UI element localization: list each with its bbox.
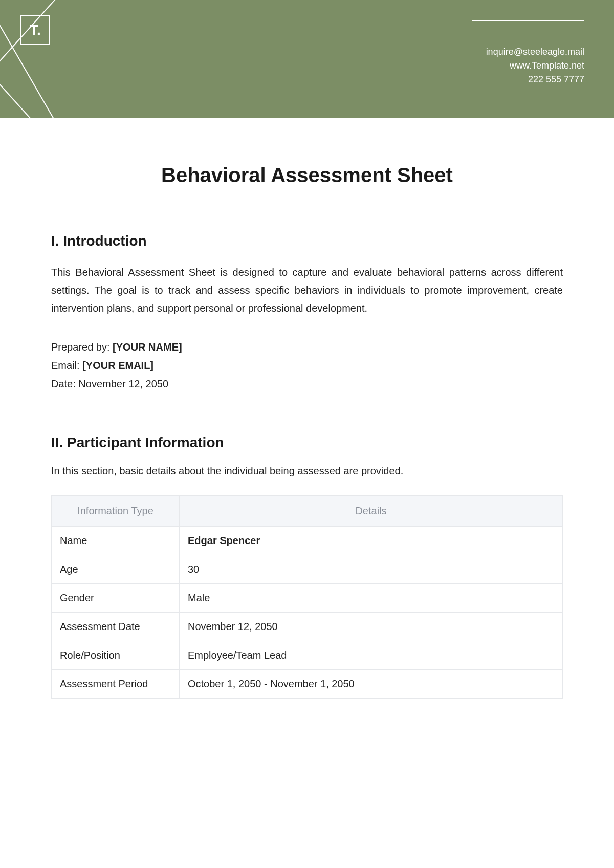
- row-label: Assessment Date: [52, 613, 180, 641]
- introduction-paragraph: This Behavioral Assessment Sheet is desi…: [51, 264, 563, 317]
- row-label: Name: [52, 527, 180, 555]
- row-label: Gender: [52, 584, 180, 613]
- table-row: Role/Position Employee/Team Lead: [52, 641, 563, 670]
- section-divider: [51, 414, 563, 414]
- table-header-row: Information Type Details: [52, 496, 563, 527]
- row-value: Male: [180, 584, 563, 613]
- row-value: Edgar Spencer: [180, 527, 563, 555]
- section-participant-heading: II. Participant Information: [51, 435, 563, 451]
- document-content: Behavioral Assessment Sheet I. Introduct…: [0, 118, 614, 699]
- email-line: Email: [YOUR EMAIL]: [51, 356, 563, 375]
- contact-website: www.Template.net: [486, 59, 584, 73]
- participant-description: In this section, basic details about the…: [51, 465, 563, 477]
- date-line: Date: November 12, 2050: [51, 375, 563, 393]
- row-label: Age: [52, 555, 180, 584]
- table-row: Gender Male: [52, 584, 563, 613]
- table-row: Assessment Date November 12, 2050: [52, 613, 563, 641]
- prepared-by-value: [YOUR NAME]: [113, 341, 182, 353]
- date-value: November 12, 2050: [78, 378, 168, 389]
- email-label: Email:: [51, 360, 82, 371]
- table-header-details: Details: [180, 496, 563, 527]
- participant-info-table: Information Type Details Name Edgar Spen…: [51, 495, 563, 699]
- row-value: 30: [180, 555, 563, 584]
- prepared-by-label: Prepared by:: [51, 341, 113, 353]
- contact-block: inquire@steeleagle.mail www.Template.net…: [486, 20, 584, 86]
- table-header-info-type: Information Type: [52, 496, 180, 527]
- header-banner: T. inquire@steeleagle.mail www.Template.…: [0, 0, 614, 118]
- table-row: Age 30: [52, 555, 563, 584]
- table-row: Assessment Period October 1, 2050 - Nove…: [52, 670, 563, 699]
- prepared-by-line: Prepared by: [YOUR NAME]: [51, 338, 563, 356]
- row-value: Employee/Team Lead: [180, 641, 563, 670]
- decorative-line: [0, 0, 103, 118]
- document-title: Behavioral Assessment Sheet: [51, 164, 563, 187]
- row-value: November 12, 2050: [180, 613, 563, 641]
- contact-email: inquire@steeleagle.mail: [486, 45, 584, 59]
- date-label: Date:: [51, 378, 78, 389]
- contact-phone: 222 555 7777: [486, 73, 584, 86]
- email-value: [YOUR EMAIL]: [82, 360, 154, 371]
- row-value: October 1, 2050 - November 1, 2050: [180, 670, 563, 699]
- row-label: Role/Position: [52, 641, 180, 670]
- table-row: Name Edgar Spencer: [52, 527, 563, 555]
- decorative-line: [0, 61, 76, 118]
- row-label: Assessment Period: [52, 670, 180, 699]
- section-introduction-heading: I. Introduction: [51, 233, 563, 249]
